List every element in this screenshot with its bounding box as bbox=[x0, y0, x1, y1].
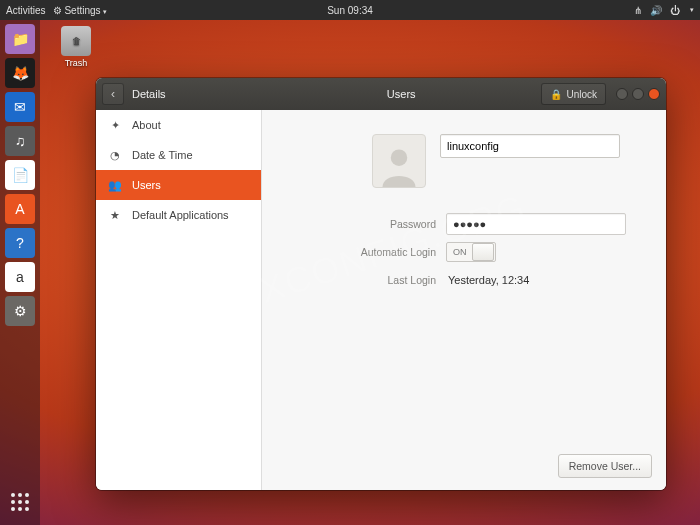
unlock-button[interactable]: 🔒 Unlock bbox=[541, 83, 606, 105]
sidebar-item-about[interactable]: ✦About bbox=[96, 110, 261, 140]
activities-button[interactable]: Activities bbox=[6, 5, 45, 16]
window-titlebar[interactable]: ‹ Details Users 🔒 Unlock bbox=[96, 78, 666, 110]
clock[interactable]: Sun 09:34 bbox=[327, 5, 373, 16]
close-button[interactable] bbox=[648, 88, 660, 100]
sidebar-item-label: About bbox=[132, 119, 161, 131]
sidebar-item-default-applications[interactable]: ★Default Applications bbox=[96, 200, 261, 230]
sidebar-item-label: Users bbox=[132, 179, 161, 191]
default-applications-icon: ★ bbox=[108, 209, 122, 222]
dock-app-settings[interactable]: ⚙ bbox=[5, 296, 35, 326]
sidebar-item-date-time[interactable]: ◔Date & Time bbox=[96, 140, 261, 170]
users-icon: 👥 bbox=[108, 179, 122, 192]
panel-title: Users bbox=[261, 88, 541, 100]
password-field[interactable] bbox=[446, 213, 626, 235]
gnome-top-bar: Activities ⚙Settings▾ Sun 09:34 ⋔ 🔊 ⏻ ▾ bbox=[0, 0, 700, 20]
show-applications-button[interactable] bbox=[5, 487, 35, 517]
avatar-placeholder-icon bbox=[377, 143, 421, 187]
dock-app-help[interactable]: ? bbox=[5, 228, 35, 258]
date-time-icon: ◔ bbox=[108, 149, 122, 162]
app-menu[interactable]: ⚙Settings▾ bbox=[53, 5, 106, 16]
system-status-area[interactable]: ⋔ 🔊 ⏻ ▾ bbox=[634, 5, 694, 16]
automatic-login-label: Automatic Login bbox=[286, 246, 436, 258]
maximize-button[interactable] bbox=[632, 88, 644, 100]
sidebar-item-label: Default Applications bbox=[132, 209, 229, 221]
desktop-trash[interactable]: 🗑 Trash bbox=[54, 26, 98, 68]
details-sidebar: ✦About◔Date & Time👥Users★Default Applica… bbox=[96, 110, 262, 490]
dock-app-ubuntu-software[interactable]: A bbox=[5, 194, 35, 224]
parent-panel-title: Details bbox=[132, 88, 166, 100]
dock-app-amazon[interactable]: a bbox=[5, 262, 35, 292]
power-icon: ⏻ bbox=[670, 5, 680, 16]
users-panel: Password Automatic Login ON Last Login Y… bbox=[262, 110, 666, 490]
settings-window: ‹ Details Users 🔒 Unlock ✦About◔Date & T… bbox=[96, 78, 666, 490]
last-login-label: Last Login bbox=[286, 274, 436, 286]
automatic-login-switch[interactable]: ON bbox=[446, 242, 496, 262]
dock-app-nautilus-files[interactable]: 📁 bbox=[5, 24, 35, 54]
user-name-field[interactable] bbox=[440, 134, 620, 158]
minimize-button[interactable] bbox=[616, 88, 628, 100]
lock-icon: 🔒 bbox=[550, 89, 562, 100]
ubuntu-dock: 📁🦊✉♫📄A?a⚙ bbox=[0, 20, 40, 525]
trash-label: Trash bbox=[65, 58, 88, 68]
chevron-left-icon: ‹ bbox=[111, 87, 115, 101]
user-avatar[interactable] bbox=[372, 134, 426, 188]
remove-user-button[interactable]: Remove User... bbox=[558, 454, 652, 478]
dock-app-rhythmbox[interactable]: ♫ bbox=[5, 126, 35, 156]
switch-knob bbox=[472, 243, 494, 261]
dock-app-thunderbird[interactable]: ✉ bbox=[5, 92, 35, 122]
last-login-value: Yesterday, 12:34 bbox=[446, 274, 529, 286]
svg-point-0 bbox=[391, 149, 408, 166]
dock-app-firefox[interactable]: 🦊 bbox=[5, 58, 35, 88]
volume-icon: 🔊 bbox=[650, 5, 662, 16]
network-icon: ⋔ bbox=[634, 5, 642, 16]
trash-icon: 🗑 bbox=[61, 26, 91, 56]
back-button[interactable]: ‹ bbox=[102, 83, 124, 105]
dock-app-libreoffice-writer[interactable]: 📄 bbox=[5, 160, 35, 190]
sidebar-item-label: Date & Time bbox=[132, 149, 193, 161]
about-icon: ✦ bbox=[108, 119, 122, 132]
password-label: Password bbox=[286, 218, 436, 230]
sidebar-item-users[interactable]: 👥Users bbox=[96, 170, 261, 200]
